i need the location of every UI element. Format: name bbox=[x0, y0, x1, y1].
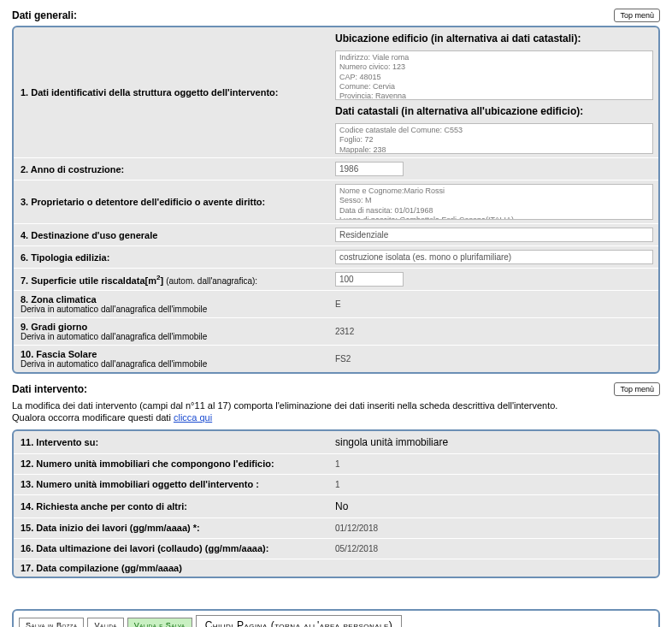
ubicazione-textarea[interactable] bbox=[335, 50, 653, 100]
intervento-note: La modifica dei dati intervento (campi d… bbox=[12, 399, 660, 424]
row-zona: 8. Zona climatica Deriva in automatico d… bbox=[14, 291, 658, 318]
row-proprietario: 3. Proprietario o detentore dell'edifici… bbox=[14, 180, 658, 224]
value-15: 01/12/2018 bbox=[330, 518, 658, 538]
val-12: 1 bbox=[335, 458, 653, 470]
label-fascia: 10. Fascia Solare Deriva in automatico d… bbox=[14, 346, 330, 372]
label-destinazione: 4. Destinazione d'uso generale bbox=[14, 224, 330, 245]
section-title-intervento: Dati intervento: bbox=[12, 383, 87, 395]
note-line-b: Qualora occorra modificare questi dati bbox=[12, 412, 174, 423]
gradi-value: 2312 bbox=[335, 325, 653, 338]
value-16: 05/12/2018 bbox=[330, 539, 658, 559]
label-superficie: 7. Superficie utile riscaldata[m2] (auto… bbox=[14, 269, 330, 290]
note-line-a: La modifica dei dati intervento (campi d… bbox=[12, 400, 557, 411]
label-16: 16. Data ultimazione dei lavori (collaud… bbox=[14, 539, 330, 559]
section-title-generali: Dati generali: bbox=[12, 9, 77, 21]
top-menu-button-generali[interactable]: Top menù bbox=[614, 9, 660, 22]
destinazione-input[interactable] bbox=[335, 228, 653, 242]
value-fascia: FS2 bbox=[330, 346, 658, 372]
panel-intervento: 11. Intervento su: singola unità immobil… bbox=[12, 429, 660, 578]
value-identificativi: Ubicazione edificio (in alternativa ai d… bbox=[330, 27, 658, 157]
value-11: singola unità immobiliare bbox=[330, 431, 658, 453]
anno-input[interactable] bbox=[335, 162, 404, 176]
label-14: 14. Richiesta anche per conto di altri: bbox=[14, 495, 330, 518]
catastali-textarea[interactable] bbox=[335, 123, 653, 154]
value-destinazione bbox=[330, 224, 658, 245]
row-tipologia: 6. Tipologia edilizia: bbox=[14, 246, 658, 269]
label-13: 13. Numero unità immobiliari oggetto del… bbox=[14, 475, 330, 494]
value-superficie bbox=[330, 269, 658, 290]
label-15: 15. Data inizio dei lavori (gg/mm/aaaa) … bbox=[14, 518, 330, 538]
val-14: No bbox=[335, 499, 653, 514]
label-identificativi: 1. Dati identificativi della struttura o… bbox=[14, 27, 330, 157]
salva-bozza-button[interactable]: Salva in Bozza bbox=[19, 618, 84, 627]
section-header-generali: Dati generali: Top menù bbox=[12, 9, 660, 22]
row-gradi: 9. Gradi giorno Deriva in automatico dal… bbox=[14, 318, 658, 346]
val-15: 01/12/2018 bbox=[335, 522, 653, 535]
zona-value: E bbox=[335, 298, 653, 311]
label-anno: 2. Anno di costruzione: bbox=[14, 158, 330, 180]
row-15: 15. Data inizio dei lavori (gg/mm/aaaa) … bbox=[14, 518, 658, 539]
panel-generali: 1. Dati identificativi della struttura o… bbox=[12, 26, 660, 374]
val-11: singola unità immobiliare bbox=[335, 435, 653, 450]
top-menu-button-intervento[interactable]: Top menù bbox=[614, 382, 660, 396]
subheader-ubicazione: Ubicazione edificio (in alternativa ai d… bbox=[335, 31, 653, 47]
row-fascia: 10. Fascia Solare Deriva in automatico d… bbox=[14, 346, 658, 372]
label-17: 17. Data compilazione (gg/mm/aaaa) bbox=[14, 559, 330, 577]
val-13: 1 bbox=[335, 478, 653, 491]
chiudi-pagina-button[interactable]: Chiudi Pagina (torna all'area personale) bbox=[196, 615, 403, 627]
value-13: 1 bbox=[330, 475, 658, 494]
superficie-input[interactable] bbox=[335, 272, 404, 287]
footer-bar: Salva in Bozza Valida Valida e Salva Chi… bbox=[12, 609, 660, 627]
value-zona: E bbox=[330, 291, 658, 317]
value-12: 1 bbox=[330, 454, 658, 474]
row-13: 13. Numero unità immobiliari oggetto del… bbox=[14, 475, 658, 495]
row-superficie: 7. Superficie utile riscaldata[m2] (auto… bbox=[14, 269, 658, 291]
val-16: 05/12/2018 bbox=[335, 542, 653, 555]
value-14: No bbox=[330, 495, 658, 518]
row-11: 11. Intervento su: singola unità immobil… bbox=[14, 431, 658, 454]
value-proprietario bbox=[330, 180, 658, 223]
label-12: 12. Numero unità immobiliari che compong… bbox=[14, 454, 330, 474]
row-destinazione: 4. Destinazione d'uso generale bbox=[14, 224, 658, 246]
val-17 bbox=[335, 566, 653, 570]
value-anno bbox=[330, 158, 658, 180]
valida-button[interactable]: Valida bbox=[87, 618, 123, 627]
valida-salva-button[interactable]: Valida e Salva bbox=[127, 618, 192, 627]
clicca-qui-link[interactable]: clicca qui bbox=[174, 412, 212, 423]
value-tipologia bbox=[330, 246, 658, 268]
row-12: 12. Numero unità immobiliari che compong… bbox=[14, 454, 658, 475]
label-zona: 8. Zona climatica Deriva in automatico d… bbox=[14, 291, 330, 317]
row-identificativi: 1. Dati identificativi della struttura o… bbox=[14, 27, 658, 158]
label-gradi: 9. Gradi giorno Deriva in automatico dal… bbox=[14, 318, 330, 345]
value-gradi: 2312 bbox=[330, 318, 658, 345]
row-anno: 2. Anno di costruzione: bbox=[14, 158, 658, 180]
row-16: 16. Data ultimazione dei lavori (collaud… bbox=[14, 539, 658, 559]
section-header-intervento: Dati intervento: Top menù bbox=[12, 382, 660, 396]
proprietario-textarea[interactable] bbox=[335, 184, 653, 220]
fascia-value: FS2 bbox=[335, 352, 653, 365]
tipologia-input[interactable] bbox=[335, 250, 653, 264]
label-proprietario: 3. Proprietario o detentore dell'edifici… bbox=[14, 180, 330, 223]
value-17 bbox=[330, 559, 658, 577]
row-14: 14. Richiesta anche per conto di altri: … bbox=[14, 495, 658, 518]
subheader-catastali: Dati catastali (in alternativa all'ubica… bbox=[335, 104, 653, 120]
label-tipologia: 6. Tipologia edilizia: bbox=[14, 246, 330, 268]
label-11: 11. Intervento su: bbox=[14, 431, 330, 453]
row-17: 17. Data compilazione (gg/mm/aaaa) bbox=[14, 559, 658, 577]
